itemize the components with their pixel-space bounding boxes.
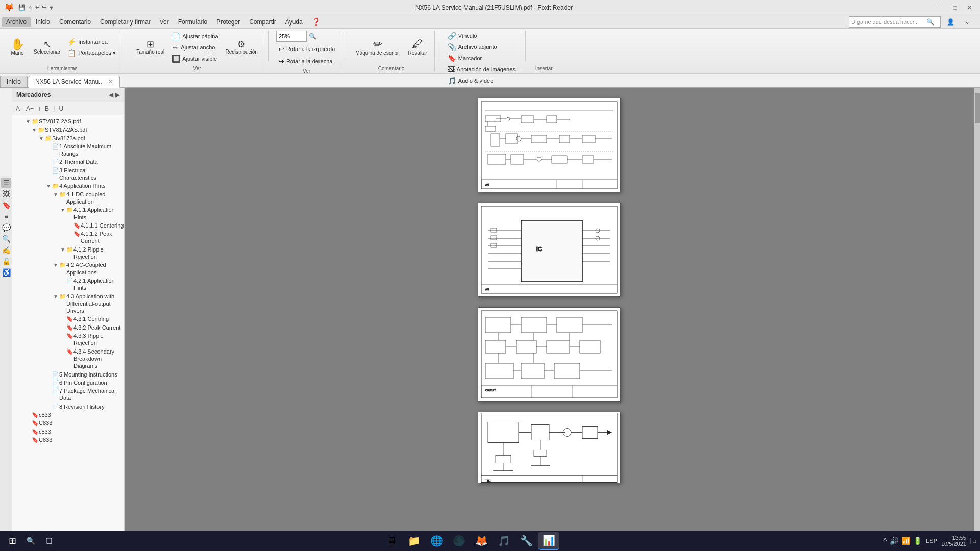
tray-network-icon[interactable]: 📶 — [901, 537, 910, 545]
toggle-item4[interactable]: ▼ — [46, 182, 52, 189]
tab-close-icon[interactable]: ✕ — [108, 78, 113, 85]
toggle-item42[interactable]: ▼ — [53, 261, 59, 268]
tree-node-item431[interactable]: ▶ 🔖 4.3.1 Centring — [24, 315, 124, 323]
instantanea-button[interactable]: ⚡ Instantánea — [65, 37, 118, 47]
redo-icon[interactable]: ↪ — [42, 4, 46, 11]
italic-icon[interactable]: I — [52, 104, 56, 113]
tree-node-item42[interactable]: ▼ 📁 4.2 AC-Coupled Applications — [24, 261, 124, 277]
tree-node-item43[interactable]: ▼ 📁 4.3 Application with Differential-ou… — [24, 292, 124, 315]
tree-node-item432[interactable]: ▶ 🔖 4.3.2 Peak Current — [24, 323, 124, 332]
taskbar-music[interactable]: 🎵 — [494, 532, 514, 550]
toggle-stv8172a[interactable]: ▼ — [39, 135, 45, 142]
task-view-button[interactable]: ❏ — [41, 533, 57, 549]
tree-node-item41[interactable]: ▼ 📁 4.1 DC-coupled Application — [24, 190, 124, 206]
tree-node-item411[interactable]: ▼ 📁 4.1.1 Application Hints — [24, 206, 124, 221]
zoom-search-icon[interactable]: 🔍 — [309, 33, 316, 40]
text-smaller-icon[interactable]: A- — [14, 104, 23, 113]
menu-proteger[interactable]: Proteger — [212, 17, 244, 27]
tree-node-item3[interactable]: ▶ 📄 3 Electrical Characteristics — [24, 166, 124, 182]
search-button[interactable]: 🔍 — [22, 533, 39, 549]
ajustar-ancho-button[interactable]: ↔ Ajustar ancho — [169, 42, 220, 53]
tree-node-c833d[interactable]: ▶ 🔖 C833 — [24, 436, 124, 444]
close-button[interactable]: ✕ — [963, 2, 976, 13]
maquina-escribir-button[interactable]: ✏ Máquina de escribir — [352, 37, 403, 58]
toggle-stv817-root[interactable]: ▼ — [26, 118, 32, 125]
sidebar-expand-icon[interactable]: ▶ — [115, 91, 120, 98]
zoom-input[interactable] — [279, 33, 304, 39]
taskbar-explorer[interactable]: 🖥 — [381, 532, 402, 550]
toggle-item412[interactable]: ▼ — [60, 246, 66, 253]
tree-node-item5[interactable]: ▶ 📄 5 Mounting Instructions — [24, 370, 124, 379]
pdf-page-4[interactable]: TTE — [478, 412, 621, 483]
menu-completar[interactable]: Completar y firmar — [96, 17, 155, 27]
show-desktop-icon[interactable]: □ — [970, 538, 976, 544]
resaltar-button[interactable]: 🖊 Resaltar — [405, 37, 430, 58]
toggle-item41[interactable]: ▼ — [53, 191, 59, 198]
undo-icon[interactable]: ↩ — [35, 4, 40, 11]
text-larger-icon[interactable]: A+ — [24, 104, 35, 113]
mano-button[interactable]: ✋ Mano — [6, 37, 29, 58]
taskbar-tool[interactable]: 🔧 — [516, 532, 536, 550]
toggle-stv817-sub[interactable]: ▼ — [32, 126, 38, 133]
start-button[interactable]: ⊞ — [4, 533, 20, 549]
marcador-button[interactable]: 🔖 Marcador — [446, 53, 484, 63]
tray-expand-icon[interactable]: ^ — [883, 537, 887, 545]
tree-node-c833a[interactable]: ▶ 🔖 c833 — [24, 411, 124, 419]
tree-node-item412[interactable]: ▼ 📁 4.1.2 Ripple Rejection — [24, 245, 124, 261]
tab-document[interactable]: NX56 LA Service Manu... ✕ — [29, 76, 120, 88]
menu-archivo[interactable]: Archivo — [2, 17, 31, 27]
taskbar-app1[interactable]: 🌑 — [449, 532, 469, 550]
tray-language[interactable]: ESP — [926, 538, 937, 544]
sign-icon[interactable]: ✍ — [1, 245, 11, 255]
pdf-page-1[interactable]: AN — [478, 98, 621, 192]
customize-icon[interactable]: ▼ — [48, 5, 54, 11]
tree-node-item434[interactable]: ▶ 🔖 4.3.4 Secondary Breakdown Diagrams — [24, 347, 124, 370]
tree-node-stv817-root[interactable]: ▼ 📁 STV817-2AS.pdf — [24, 117, 124, 126]
taskbar-time[interactable]: 13:55 10/5/2021 — [941, 535, 966, 547]
tree-node-c833c[interactable]: ▶ 🔖 c833 — [24, 428, 124, 436]
menu-formulario[interactable]: Formulario — [174, 17, 211, 27]
tray-battery-icon[interactable]: 🔋 — [913, 537, 922, 545]
bookmarks-icon[interactable]: 🔖 — [1, 200, 11, 210]
portapapeles-button[interactable]: 📋 Portapapeles ▾ — [65, 48, 118, 58]
tree-node-item4111[interactable]: ▶ 🔖 4.1.1.1 Centering — [24, 221, 124, 230]
tree-node-item421[interactable]: ▶ 📄 4.2.1 Application Hints — [24, 277, 124, 292]
taskbar-files[interactable]: 📁 — [404, 532, 424, 550]
print-icon[interactable]: 🖨 — [28, 5, 33, 11]
bold-icon[interactable]: B — [43, 104, 51, 113]
tree-node-stv817-sub[interactable]: ▼ 📁 STV817-2AS.pdf — [24, 126, 124, 134]
save-icon[interactable]: 💾 — [18, 4, 26, 11]
tree-node-item433[interactable]: ▶ 🔖 4.3.3 Ripple Rejection — [24, 332, 124, 347]
ajustar-visible-button[interactable]: 🔲 Ajustar visible — [169, 54, 220, 64]
rotar-izquierda-button[interactable]: ↩ Rotar a la izquierda — [276, 44, 337, 54]
sort-asc-icon[interactable]: ↑ — [36, 104, 42, 113]
tab-inicio[interactable]: Inicio — [0, 76, 28, 87]
thumbnail-icon[interactable]: 🖼 — [1, 189, 11, 199]
accessibility-icon[interactable]: ♿ — [1, 267, 11, 278]
tree-node-item6[interactable]: ▶ 📄 6 Pin Configuration — [24, 379, 124, 387]
underline-icon[interactable]: U — [57, 104, 65, 113]
minimize-button[interactable]: ─ — [934, 2, 947, 13]
tree-node-item1[interactable]: ▶ 📄 1 Absolute Maximum Ratings — [24, 142, 124, 158]
tree-node-item4112[interactable]: ▶ 🔖 4.1.1.2 Peak Current — [24, 230, 124, 245]
tree-node-c833b[interactable]: ▶ 🔖 C833 — [24, 419, 124, 427]
taskbar-foxit[interactable]: 📊 — [538, 532, 559, 550]
menu-ver[interactable]: Ver — [156, 17, 173, 27]
pdf-page-2[interactable]: IC AN — [478, 203, 621, 297]
tree-node-item8[interactable]: ▶ 📄 8 Revision History — [24, 403, 124, 411]
menu-comentario[interactable]: Comentario — [55, 17, 95, 27]
menu-inicio[interactable]: Inicio — [32, 17, 54, 27]
taskbar-firefox[interactable]: 🦊 — [471, 532, 492, 550]
comments-icon[interactable]: 💬 — [1, 222, 11, 233]
anotacion-button[interactable]: 🖼 Anotación de imágenes — [446, 64, 518, 74]
help-search-input[interactable] — [851, 19, 922, 25]
redistribucion-button[interactable]: ⚙ Redistribución — [223, 38, 261, 57]
protect-icon[interactable]: 🔒 — [1, 256, 11, 266]
pdf-page-3[interactable]: CIRCUIT — [478, 307, 621, 402]
menu-compartir[interactable]: Compartir — [245, 17, 280, 27]
tree-node-item2[interactable]: ▶ 📄 2 Thermal Data — [24, 158, 124, 166]
maximize-button[interactable]: □ — [948, 2, 962, 13]
vinculo-button[interactable]: 🔗 Vínculo — [446, 31, 479, 41]
toggle-item43[interactable]: ▼ — [53, 293, 59, 300]
scroll-thumb[interactable] — [975, 93, 980, 123]
